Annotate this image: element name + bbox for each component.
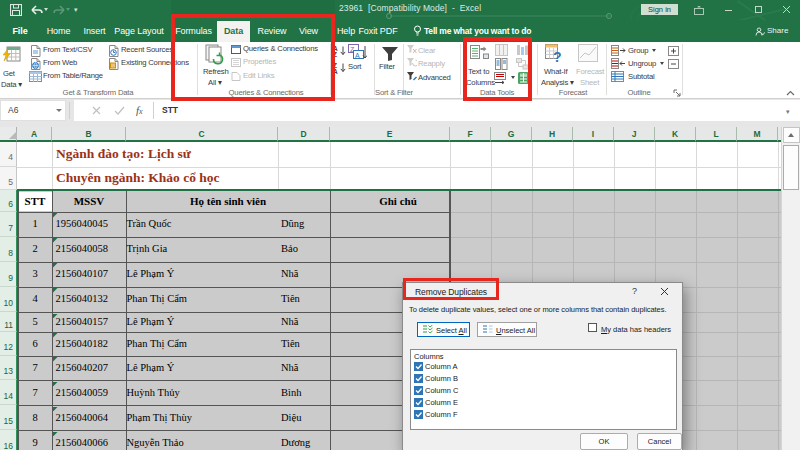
svg-text:?: ? [553, 49, 562, 64]
svg-text:A: A [355, 52, 360, 59]
